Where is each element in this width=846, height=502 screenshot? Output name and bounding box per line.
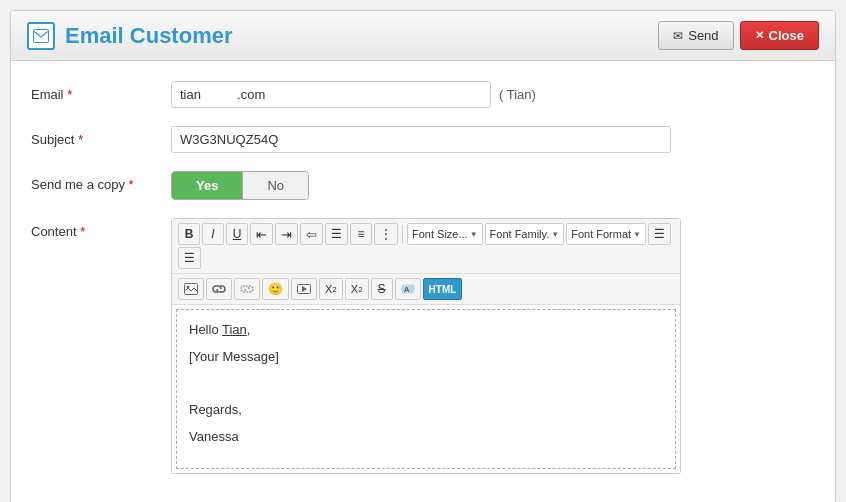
toolbar-separator-1 xyxy=(402,225,403,243)
editor-line2: [Your Message] xyxy=(189,347,663,368)
dialog-header: Email Customer ✉ Send ✕ Close xyxy=(11,11,835,61)
close-label: Close xyxy=(769,28,804,43)
font-family-dropdown[interactable]: Font Family. ▼ xyxy=(485,223,565,245)
editor-wrapper: B I U ⇤ ⇥ ⇦ ☰ ≡ ⋮ Font Size... ▼ Fon xyxy=(171,218,681,474)
email-row: Email * ( Tian) xyxy=(31,81,815,108)
font-format-chevron: ▼ xyxy=(633,230,641,239)
editor-content[interactable]: Hello Tian, [Your Message] Regards, Vane… xyxy=(176,309,676,469)
subscript-button[interactable]: X2 xyxy=(319,278,343,300)
copy-control-wrap: Yes No xyxy=(171,171,815,200)
editor-name: Tian xyxy=(222,322,247,337)
underline-button[interactable]: U xyxy=(226,223,248,245)
copy-label: Send me a copy * xyxy=(31,171,171,192)
send-envelope-icon: ✉ xyxy=(673,29,683,43)
font-size-label: Font Size... xyxy=(412,228,468,240)
svg-rect-0 xyxy=(34,29,49,42)
header-title-group: Email Customer xyxy=(27,22,233,50)
align-right-button[interactable]: ⇦ xyxy=(300,223,323,245)
link-button[interactable] xyxy=(206,278,232,300)
font-size-chevron: ▼ xyxy=(470,230,478,239)
list-ordered-button[interactable]: ≡ xyxy=(350,223,372,245)
email-customer-dialog: Email Customer ✉ Send ✕ Close Email * ( … xyxy=(10,10,836,502)
toolbar-row1: B I U ⇤ ⇥ ⇦ ☰ ≡ ⋮ Font Size... ▼ Fon xyxy=(172,219,680,274)
font-size-dropdown[interactable]: Font Size... ▼ xyxy=(407,223,483,245)
subject-row: Subject * xyxy=(31,126,815,153)
list-unordered-button[interactable]: ⋮ xyxy=(374,223,398,245)
subject-control-wrap xyxy=(171,126,815,153)
block-align-left-button[interactable]: ☰ xyxy=(648,223,671,245)
page-title: Email Customer xyxy=(65,23,233,49)
editor-line3: Regards, xyxy=(189,400,663,421)
align-justify-button[interactable]: ☰ xyxy=(325,223,348,245)
font-format-label: Font Format xyxy=(571,228,631,240)
send-button[interactable]: ✉ Send xyxy=(658,21,733,50)
image-button[interactable] xyxy=(178,278,204,300)
align-center-button[interactable]: ⇥ xyxy=(275,223,298,245)
link2-button[interactable] xyxy=(234,278,260,300)
bold-button[interactable]: B xyxy=(178,223,200,245)
email-label: Email * xyxy=(31,81,171,102)
content-label: Content * xyxy=(31,218,171,239)
email-input[interactable] xyxy=(171,81,491,108)
copy-row: Send me a copy * Yes No xyxy=(31,171,815,200)
block-align-right-button[interactable]: ☰ xyxy=(178,247,201,269)
close-x-icon: ✕ xyxy=(755,29,764,42)
subject-input[interactable] xyxy=(171,126,671,153)
highlight-button[interactable]: A xyxy=(395,278,421,300)
toolbar-row2: 🙂 X2 X2 S A HTML xyxy=(172,274,680,305)
yes-button[interactable]: Yes xyxy=(172,172,242,199)
email-icon xyxy=(27,22,55,50)
svg-text:A: A xyxy=(404,285,410,294)
font-family-chevron: ▼ xyxy=(551,230,559,239)
strikethrough-button[interactable]: S xyxy=(371,278,393,300)
editor-line4: Vanessa xyxy=(189,427,663,448)
close-button[interactable]: ✕ Close xyxy=(740,21,819,50)
smiley-button[interactable]: 🙂 xyxy=(262,278,289,300)
header-buttons: ✉ Send ✕ Close xyxy=(658,21,819,50)
font-format-dropdown[interactable]: Font Format ▼ xyxy=(566,223,646,245)
svg-marker-4 xyxy=(302,286,307,292)
yes-no-toggle: Yes No xyxy=(171,171,309,200)
content-row: Content * B I U ⇤ ⇥ ⇦ ☰ ≡ ⋮ Font xyxy=(31,218,815,474)
editor-line1: Hello Tian, xyxy=(189,320,663,341)
no-button[interactable]: No xyxy=(242,172,308,199)
subject-label: Subject * xyxy=(31,126,171,147)
superscript-button[interactable]: X2 xyxy=(345,278,369,300)
italic-button[interactable]: I xyxy=(202,223,224,245)
editor-spacer xyxy=(189,374,663,395)
font-family-label: Font Family. xyxy=(490,228,550,240)
send-label: Send xyxy=(688,28,718,43)
source-button[interactable]: HTML xyxy=(423,278,463,300)
align-left-button[interactable]: ⇤ xyxy=(250,223,273,245)
media-button[interactable] xyxy=(291,278,317,300)
email-display-name: ( Tian) xyxy=(499,87,536,102)
email-control-wrap: ( Tian) xyxy=(171,81,815,108)
form-area: Email * ( Tian) Subject * Send me a copy… xyxy=(11,61,835,502)
